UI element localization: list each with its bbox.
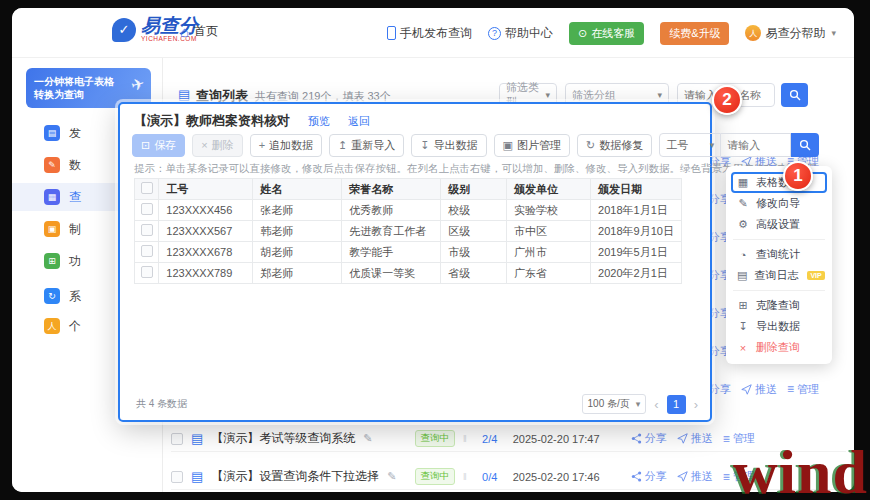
- share-icon: [631, 433, 642, 444]
- share-icon: [631, 471, 642, 482]
- col-header[interactable]: 颁发单位: [506, 179, 590, 200]
- data-repair-button[interactable]: ↻数据修复: [577, 134, 652, 157]
- col-header[interactable]: 级别: [441, 179, 507, 200]
- nav-mobile-publish-label: 手机发布查询: [400, 25, 472, 42]
- menu-item-edit-wizard[interactable]: ✎修改向导: [731, 193, 827, 214]
- publish-icon: ▤: [44, 125, 60, 141]
- table-row[interactable]: 123XXXX567韩老师先进教育工作者区级市中区2018年9月10日: [135, 221, 682, 242]
- export-data-button[interactable]: ↧导出数据: [411, 134, 486, 157]
- col-header[interactable]: 颁发日期: [591, 179, 682, 200]
- menu-item-export-data[interactable]: ↧导出数据: [731, 316, 827, 337]
- status-badge: 查询中: [415, 430, 456, 447]
- next-page-button[interactable]: ›: [694, 398, 698, 411]
- modal-search-input[interactable]: [727, 134, 784, 156]
- row-date: 2025-02-20 17:47: [513, 433, 621, 445]
- headset-icon: ⊙: [578, 27, 587, 40]
- image-manage-button[interactable]: ▣图片管理: [494, 134, 570, 157]
- clone-icon: ⊞: [737, 299, 749, 312]
- gear-icon: ⚙: [737, 218, 749, 231]
- page-size-select[interactable]: 100 条/页▾: [582, 394, 647, 414]
- col-header[interactable]: 荣誉名称: [342, 179, 441, 200]
- clock-icon: ◔: [737, 249, 749, 261]
- features-icon: ⊞: [44, 253, 60, 269]
- row-checkbox[interactable]: [141, 245, 153, 257]
- navbar-right: 手机发布查询 ? 帮助中心 ⊙ 在线客服 续费&升级 人 易查分帮助 ▾: [387, 8, 836, 58]
- watermark: wind: [733, 437, 868, 500]
- modal-search-button[interactable]: [791, 133, 819, 157]
- vip-badge: VIP: [807, 271, 824, 280]
- row-actions: 分享推送≡管理: [695, 381, 845, 397]
- log-icon: ▤: [737, 269, 747, 282]
- menu-item-clone-query[interactable]: ⊞克隆查询: [731, 295, 827, 316]
- nav-help-center[interactable]: ? 帮助中心: [488, 25, 553, 42]
- row-checkbox[interactable]: [141, 266, 153, 278]
- query-title: 【演示】设置查询条件下拉选择: [211, 468, 379, 485]
- fill-count: 2/4: [475, 433, 505, 445]
- banner-line2: 转换为查询: [34, 88, 143, 101]
- status-badge: 查询中: [415, 468, 456, 485]
- nav-home[interactable]: ⌂ 首页: [180, 23, 218, 40]
- manage-link[interactable]: ≡管理: [787, 382, 819, 397]
- back-link[interactable]: 返回: [348, 114, 370, 129]
- renew-upgrade-label: 续费&升级: [669, 26, 720, 41]
- search-field-select[interactable]: 工号▾: [659, 133, 721, 157]
- push-link[interactable]: 推送: [677, 431, 713, 446]
- table-icon: ▦: [737, 176, 749, 189]
- make-icon: ▣: [44, 221, 60, 237]
- modal-toolbar: ⊡保存 ×删除 +追加数据 ↥重新导入 ↧导出数据 ▣图片管理 ↻数据修复 工号…: [132, 133, 700, 157]
- row-checkbox[interactable]: [141, 224, 153, 236]
- screenshot-stage: ✓ 易查分 YICHAFEN.COM ⌂ 首页 手机发布查询 ? 帮助中心: [0, 0, 870, 500]
- query-list-icon: ▦: [44, 189, 60, 205]
- prev-page-button[interactable]: ‹: [654, 398, 658, 411]
- edit-icon[interactable]: ✎: [363, 432, 372, 445]
- share-link[interactable]: 分享: [631, 431, 667, 446]
- menu-item-advanced-settings[interactable]: ⚙高级设置: [731, 214, 827, 235]
- rocket-icon: ✈: [129, 76, 145, 92]
- app-window: ✓ 易查分 YICHAFEN.COM ⌂ 首页 手机发布查询 ? 帮助中心: [12, 8, 854, 492]
- modal-hint: 提示：单击某条记录可以直接修改，修改后点击保存按钮。在列名上点击右键，可以增加、…: [134, 162, 827, 176]
- table-row[interactable]: 123XXXX456张老师优秀教师校级实验学校2018年1月1日: [135, 200, 682, 221]
- record-total: 共 4 条数据: [136, 397, 187, 411]
- table-row[interactable]: 123XXXX678胡老师教学能手市级广州市2019年5月1日: [135, 242, 682, 263]
- menu-item-query-stats[interactable]: ◔查询统计: [731, 244, 827, 265]
- append-data-button[interactable]: +追加数据: [250, 134, 322, 157]
- upload-icon: ↥: [338, 139, 347, 152]
- row-checkbox[interactable]: [171, 471, 183, 483]
- search-icon: [789, 89, 801, 101]
- document-icon: ▤: [191, 470, 203, 483]
- delete-button[interactable]: ×删除: [192, 134, 242, 157]
- row-checkbox[interactable]: [171, 433, 183, 445]
- renew-upgrade-button[interactable]: 续费&升级: [660, 22, 729, 45]
- user-help-menu[interactable]: 人 易查分帮助 ▾: [745, 25, 836, 42]
- table-row[interactable]: 123XXXX789郑老师优质课一等奖省级广东省2020年2月1日: [135, 263, 682, 284]
- plus-icon: +: [259, 139, 265, 151]
- row-checkbox[interactable]: [141, 203, 153, 215]
- push-link[interactable]: 推送: [741, 382, 777, 397]
- refresh-icon: ↻: [586, 139, 595, 152]
- col-header[interactable]: 姓名: [253, 179, 342, 200]
- user-help-label: 易查分帮助: [765, 25, 825, 42]
- pencil-icon: ✎: [737, 197, 749, 210]
- question-icon: ?: [488, 27, 501, 40]
- save-button[interactable]: ⊡保存: [132, 134, 185, 157]
- image-icon: ▣: [503, 139, 513, 152]
- share-link[interactable]: 分享: [631, 469, 667, 484]
- edit-icon[interactable]: ✎: [387, 470, 396, 483]
- paper-plane-icon: [741, 384, 752, 395]
- push-link[interactable]: 推送: [677, 469, 713, 484]
- save-icon: ⊡: [141, 139, 150, 152]
- select-all-checkbox[interactable]: [141, 182, 153, 194]
- menu-item-query-log[interactable]: ▤查询日志VIP: [731, 265, 827, 286]
- paper-plane-icon: [677, 433, 688, 444]
- nav-mobile-publish[interactable]: 手机发布查询: [387, 25, 472, 42]
- page-number[interactable]: 1: [667, 395, 686, 414]
- online-service-button[interactable]: ⊙ 在线客服: [569, 22, 644, 45]
- menu-item-delete-query[interactable]: ×删除查询: [731, 337, 827, 358]
- list-search-button[interactable]: [781, 83, 808, 107]
- preview-link[interactable]: 预览: [308, 114, 330, 129]
- system-icon: ↻: [44, 288, 60, 304]
- reimport-button[interactable]: ↥重新导入: [329, 134, 404, 157]
- col-header[interactable]: 工号: [159, 179, 253, 200]
- table-header-row: 工号 姓名 荣誉名称 级别 颁发单位 颁发日期: [135, 179, 682, 200]
- table-data-modal: 【演示】教师档案资料核对 预览 返回 ⊡保存 ×删除 +追加数据 ↥重新导入 ↧…: [118, 102, 712, 422]
